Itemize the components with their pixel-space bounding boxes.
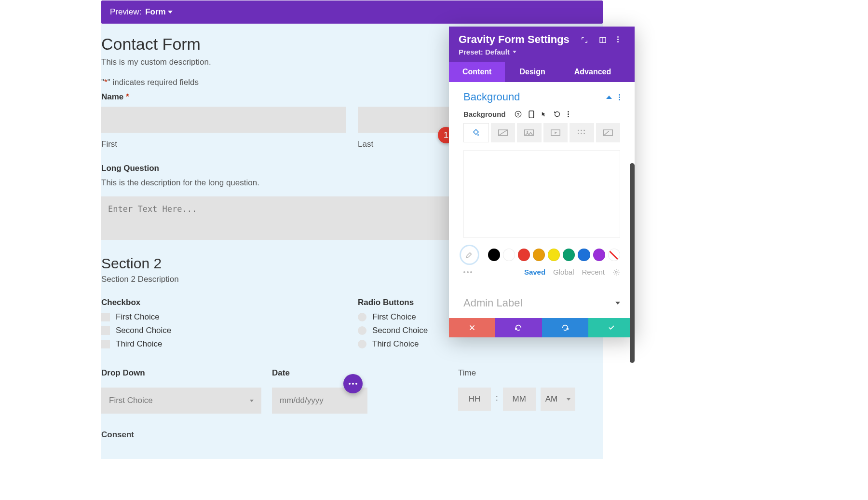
kebab-menu-icon[interactable] — [619, 94, 620, 100]
expand-icon[interactable] — [581, 36, 588, 44]
background-section-header[interactable]: Background — [449, 82, 635, 108]
svg-rect-12 — [581, 130, 583, 131]
tab-design[interactable]: Design — [505, 62, 559, 82]
panel-title: Gravity Form Settings — [459, 33, 570, 46]
scroll-thumb[interactable] — [630, 163, 635, 363]
cancel-button[interactable] — [449, 318, 495, 337]
panel-header[interactable]: Gravity Form Settings Preset: Default — [449, 27, 635, 62]
chevron-down-icon — [567, 398, 570, 401]
layout-toggle-icon[interactable] — [599, 36, 607, 44]
time-separator: : — [496, 393, 498, 403]
chevron-down-icon — [250, 400, 254, 402]
reset-icon[interactable] — [554, 111, 561, 118]
radio-icon — [358, 326, 366, 335]
redo-button[interactable] — [542, 318, 588, 337]
color-swatch[interactable] — [563, 249, 575, 261]
gear-icon[interactable] — [612, 268, 620, 276]
kebab-menu-icon[interactable] — [617, 36, 625, 44]
radio-option-text: First Choice — [372, 312, 416, 322]
more-dots-icon[interactable] — [463, 271, 472, 273]
tab-advanced[interactable]: Advanced — [560, 62, 625, 82]
color-swatch[interactable] — [593, 249, 605, 261]
radio-icon — [358, 313, 366, 321]
svg-rect-4 — [529, 111, 534, 117]
kebab-menu-icon[interactable] — [568, 111, 569, 117]
color-swatch[interactable] — [578, 249, 590, 261]
color-swatch[interactable] — [548, 249, 560, 261]
checkbox-option[interactable]: First Choice — [101, 312, 346, 322]
preview-value-text: Form — [145, 7, 166, 17]
checkbox-label: Checkbox — [101, 298, 346, 307]
time-label: Time — [458, 368, 603, 378]
svg-point-18 — [615, 271, 617, 273]
panel-footer — [449, 318, 635, 337]
color-swatch[interactable] — [503, 249, 515, 261]
time-group: HH : MM AM — [458, 388, 603, 411]
time-ampm-select[interactable]: AM — [541, 388, 575, 411]
svg-text:?: ? — [516, 112, 519, 117]
bg-tab-gradient[interactable] — [491, 123, 515, 142]
preview-bar[interactable]: Preview: Form — [101, 0, 603, 24]
bg-tab-color[interactable] — [463, 123, 489, 142]
save-button[interactable] — [588, 318, 635, 337]
tab-content[interactable]: Content — [449, 62, 505, 82]
admin-label-section[interactable]: Admin Label — [449, 285, 635, 318]
swatch-saved-tab[interactable]: Saved — [524, 268, 545, 276]
preview-label: Preview: — [110, 7, 141, 17]
svg-point-8 — [527, 131, 528, 133]
svg-rect-13 — [584, 130, 585, 131]
checkbox-option-text: First Choice — [116, 312, 160, 322]
undo-button[interactable] — [495, 318, 542, 337]
checkbox-option[interactable]: Third Choice — [101, 339, 346, 349]
svg-rect-14 — [578, 133, 579, 134]
svg-rect-16 — [584, 133, 585, 134]
checkbox-option-text: Third Choice — [116, 339, 162, 349]
module-options-button[interactable] — [343, 374, 363, 393]
svg-point-5 — [477, 134, 479, 136]
bg-tab-pattern[interactable] — [570, 123, 594, 142]
bg-tab-image[interactable] — [517, 123, 542, 142]
color-swatch[interactable] — [518, 249, 530, 261]
dropdown-select[interactable]: First Choice — [101, 388, 261, 414]
first-name-input[interactable] — [101, 107, 346, 133]
color-swatch[interactable] — [533, 249, 545, 261]
panel-scrollbar[interactable] — [630, 163, 635, 363]
radio-icon — [358, 340, 366, 348]
more-dots-icon — [349, 383, 357, 385]
chevron-up-icon[interactable] — [606, 96, 612, 99]
bg-tab-video[interactable] — [543, 123, 568, 142]
color-preview[interactable] — [463, 150, 620, 238]
time-hh-input[interactable]: HH — [458, 388, 491, 411]
panel-preset[interactable]: Preset: Default — [459, 48, 570, 56]
asterisk-icon: * — [104, 78, 108, 87]
ampm-text: AM — [545, 394, 558, 404]
radio-option-text: Third Choice — [372, 339, 419, 349]
bg-tab-mask[interactable] — [596, 123, 621, 142]
color-swatch-none[interactable] — [608, 249, 620, 261]
help-icon[interactable]: ? — [515, 111, 522, 118]
consent-label: Consent — [101, 430, 603, 440]
admin-label-text: Admin Label — [463, 297, 522, 309]
checkbox-icon — [101, 326, 110, 335]
panel-body: Background Background ? — [449, 82, 635, 318]
caret-down-icon — [168, 11, 173, 14]
hover-cursor-icon[interactable] — [541, 111, 547, 118]
panel-preset-text: Preset: Default — [459, 48, 510, 56]
preview-value[interactable]: Form — [145, 7, 173, 17]
panel-tabs: Content Design Advanced — [449, 62, 635, 82]
first-sublabel: First — [101, 139, 346, 149]
color-swatch[interactable] — [488, 249, 500, 261]
radio-option-text: Second Choice — [372, 326, 428, 335]
asterisk-icon: * — [126, 92, 129, 101]
mobile-icon[interactable] — [529, 111, 534, 118]
svg-rect-15 — [581, 133, 583, 134]
eyedropper-button[interactable] — [460, 245, 479, 265]
dropdown-label: Drop Down — [101, 368, 261, 378]
checkbox-icon — [101, 313, 110, 321]
time-mm-input[interactable]: MM — [503, 388, 536, 411]
checkbox-option[interactable]: Second Choice — [101, 326, 346, 335]
radio-option[interactable]: Third Choice — [358, 339, 603, 349]
swatch-recent-tab[interactable]: Recent — [582, 268, 605, 276]
swatch-global-tab[interactable]: Global — [553, 268, 574, 276]
dropdown-selected: First Choice — [109, 396, 153, 405]
